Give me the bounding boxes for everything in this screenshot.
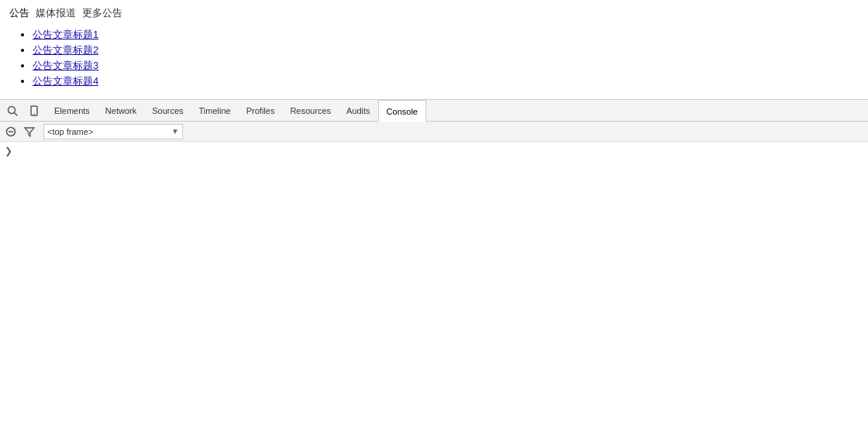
article-list: 公告文章标题1 公告文章标题2 公告文章标题3 公告文章标题4 — [9, 28, 859, 88]
tab-audits[interactable]: Audits — [339, 100, 378, 122]
dropdown-arrow-icon: ▼ — [171, 127, 179, 136]
tab-profiles[interactable]: Profiles — [239, 100, 283, 122]
list-item: 公告文章标题2 — [33, 43, 859, 57]
tab-resources[interactable]: Resources — [282, 100, 339, 122]
filter-icon[interactable] — [22, 124, 37, 139]
page-content: 公告 媒体报道 更多公告 公告文章标题1 公告文章标题2 公告文章标题3 公告文… — [0, 0, 868, 99]
svg-line-1 — [15, 112, 18, 115]
console-prompt-row: ❯ — [0, 142, 868, 160]
frame-selector[interactable]: <top frame> ▼ — [43, 124, 183, 139]
article-link-3[interactable]: 公告文章标题3 — [33, 60, 98, 71]
devtools-panel: Elements Network Sources Timeline Profil… — [0, 99, 868, 440]
device-icon[interactable] — [25, 101, 43, 120]
tab-network[interactable]: Network — [98, 100, 144, 122]
tab-console[interactable]: Console — [378, 100, 426, 122]
search-icon[interactable] — [3, 101, 22, 120]
tab-elements[interactable]: Elements — [46, 100, 98, 122]
svg-marker-6 — [25, 128, 34, 136]
nav-item-more[interactable]: 更多公告 — [82, 6, 122, 20]
nav-item-media[interactable]: 媒体报道 — [36, 6, 76, 20]
frame-label: <top frame> — [47, 127, 93, 136]
list-item: 公告文章标题3 — [33, 59, 859, 73]
tab-timeline[interactable]: Timeline — [191, 100, 239, 122]
article-link-1[interactable]: 公告文章标题1 — [33, 29, 98, 40]
clear-icon[interactable] — [3, 124, 19, 139]
list-item: 公告文章标题4 — [33, 74, 859, 88]
devtools-toolbar: <top frame> ▼ — [0, 122, 868, 142]
devtools-tab-bar: Elements Network Sources Timeline Profil… — [0, 100, 868, 122]
page-nav: 公告 媒体报道 更多公告 — [9, 6, 859, 20]
article-link-4[interactable]: 公告文章标题4 — [33, 75, 98, 87]
article-link-2[interactable]: 公告文章标题2 — [33, 44, 98, 56]
svg-point-3 — [33, 113, 35, 115]
console-content: ❯ — [0, 142, 868, 440]
nav-item-announcement[interactable]: 公告 — [9, 6, 29, 20]
prompt-arrow-icon: ❯ — [5, 146, 12, 156]
tab-sources[interactable]: Sources — [144, 100, 191, 122]
list-item: 公告文章标题1 — [33, 28, 859, 42]
